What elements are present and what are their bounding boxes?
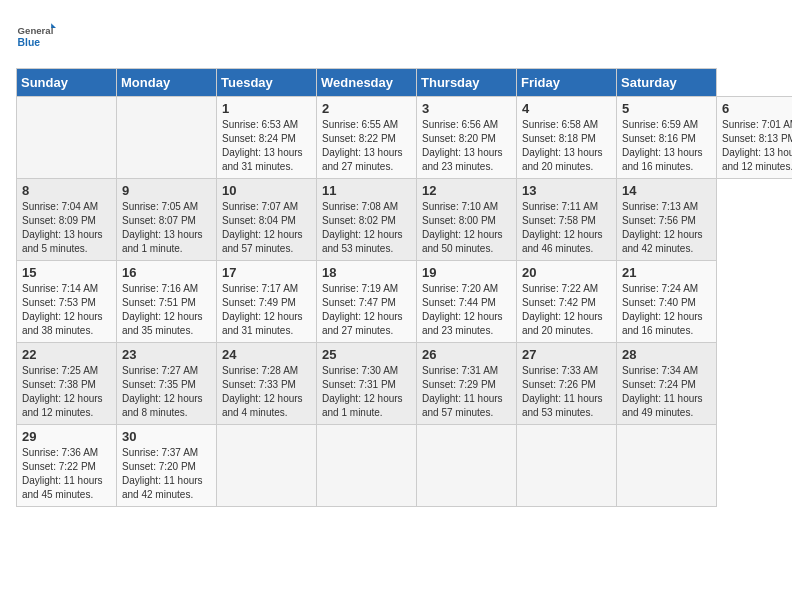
day-detail: Sunrise: 7:22 AM Sunset: 7:42 PM Dayligh… xyxy=(522,282,611,338)
logo: General Blue xyxy=(16,16,56,56)
day-detail: Sunrise: 7:11 AM Sunset: 7:58 PM Dayligh… xyxy=(522,200,611,256)
day-number: 18 xyxy=(322,265,411,280)
day-detail: Sunrise: 7:37 AM Sunset: 7:20 PM Dayligh… xyxy=(122,446,211,502)
day-detail: Sunrise: 7:04 AM Sunset: 8:09 PM Dayligh… xyxy=(22,200,111,256)
day-detail: Sunrise: 6:59 AM Sunset: 8:16 PM Dayligh… xyxy=(622,118,711,174)
day-detail: Sunrise: 7:28 AM Sunset: 7:33 PM Dayligh… xyxy=(222,364,311,420)
day-number: 24 xyxy=(222,347,311,362)
day-number: 6 xyxy=(722,101,792,116)
day-number: 12 xyxy=(422,183,511,198)
day-number: 11 xyxy=(322,183,411,198)
day-number: 13 xyxy=(522,183,611,198)
calendar-cell: 17Sunrise: 7:17 AM Sunset: 7:49 PM Dayli… xyxy=(217,261,317,343)
calendar-cell xyxy=(117,97,217,179)
weekday-header-thursday: Thursday xyxy=(417,69,517,97)
calendar-cell: 18Sunrise: 7:19 AM Sunset: 7:47 PM Dayli… xyxy=(317,261,417,343)
svg-text:General: General xyxy=(18,25,54,36)
calendar-cell xyxy=(17,97,117,179)
calendar-cell: 4Sunrise: 6:58 AM Sunset: 8:18 PM Daylig… xyxy=(517,97,617,179)
day-detail: Sunrise: 7:17 AM Sunset: 7:49 PM Dayligh… xyxy=(222,282,311,338)
calendar-cell: 15Sunrise: 7:14 AM Sunset: 7:53 PM Dayli… xyxy=(17,261,117,343)
day-number: 23 xyxy=(122,347,211,362)
calendar-cell: 27Sunrise: 7:33 AM Sunset: 7:26 PM Dayli… xyxy=(517,343,617,425)
calendar-cell: 1Sunrise: 6:53 AM Sunset: 8:24 PM Daylig… xyxy=(217,97,317,179)
day-number: 1 xyxy=(222,101,311,116)
day-number: 19 xyxy=(422,265,511,280)
day-detail: Sunrise: 7:07 AM Sunset: 8:04 PM Dayligh… xyxy=(222,200,311,256)
svg-text:Blue: Blue xyxy=(18,37,41,48)
day-number: 8 xyxy=(22,183,111,198)
week-row-2: 8Sunrise: 7:04 AM Sunset: 8:09 PM Daylig… xyxy=(17,179,793,261)
calendar-cell: 9Sunrise: 7:05 AM Sunset: 8:07 PM Daylig… xyxy=(117,179,217,261)
calendar-cell: 20Sunrise: 7:22 AM Sunset: 7:42 PM Dayli… xyxy=(517,261,617,343)
day-number: 14 xyxy=(622,183,711,198)
week-row-4: 22Sunrise: 7:25 AM Sunset: 7:38 PM Dayli… xyxy=(17,343,793,425)
day-number: 15 xyxy=(22,265,111,280)
day-detail: Sunrise: 7:13 AM Sunset: 7:56 PM Dayligh… xyxy=(622,200,711,256)
weekday-header-wednesday: Wednesday xyxy=(317,69,417,97)
day-detail: Sunrise: 7:20 AM Sunset: 7:44 PM Dayligh… xyxy=(422,282,511,338)
day-detail: Sunrise: 7:24 AM Sunset: 7:40 PM Dayligh… xyxy=(622,282,711,338)
calendar-cell: 22Sunrise: 7:25 AM Sunset: 7:38 PM Dayli… xyxy=(17,343,117,425)
day-number: 22 xyxy=(22,347,111,362)
day-number: 27 xyxy=(522,347,611,362)
day-number: 28 xyxy=(622,347,711,362)
day-detail: Sunrise: 7:19 AM Sunset: 7:47 PM Dayligh… xyxy=(322,282,411,338)
day-detail: Sunrise: 7:08 AM Sunset: 8:02 PM Dayligh… xyxy=(322,200,411,256)
day-detail: Sunrise: 6:53 AM Sunset: 8:24 PM Dayligh… xyxy=(222,118,311,174)
day-number: 16 xyxy=(122,265,211,280)
calendar-cell: 8Sunrise: 7:04 AM Sunset: 8:09 PM Daylig… xyxy=(17,179,117,261)
calendar-cell: 24Sunrise: 7:28 AM Sunset: 7:33 PM Dayli… xyxy=(217,343,317,425)
day-detail: Sunrise: 7:14 AM Sunset: 7:53 PM Dayligh… xyxy=(22,282,111,338)
week-row-3: 15Sunrise: 7:14 AM Sunset: 7:53 PM Dayli… xyxy=(17,261,793,343)
day-number: 10 xyxy=(222,183,311,198)
week-row-5: 29Sunrise: 7:36 AM Sunset: 7:22 PM Dayli… xyxy=(17,425,793,507)
calendar-cell: 2Sunrise: 6:55 AM Sunset: 8:22 PM Daylig… xyxy=(317,97,417,179)
day-detail: Sunrise: 7:10 AM Sunset: 8:00 PM Dayligh… xyxy=(422,200,511,256)
day-detail: Sunrise: 6:56 AM Sunset: 8:20 PM Dayligh… xyxy=(422,118,511,174)
day-number: 20 xyxy=(522,265,611,280)
calendar-cell: 29Sunrise: 7:36 AM Sunset: 7:22 PM Dayli… xyxy=(17,425,117,507)
day-number: 30 xyxy=(122,429,211,444)
day-detail: Sunrise: 7:30 AM Sunset: 7:31 PM Dayligh… xyxy=(322,364,411,420)
calendar-cell xyxy=(617,425,717,507)
calendar-cell: 26Sunrise: 7:31 AM Sunset: 7:29 PM Dayli… xyxy=(417,343,517,425)
weekday-header-tuesday: Tuesday xyxy=(217,69,317,97)
day-number: 25 xyxy=(322,347,411,362)
day-number: 4 xyxy=(522,101,611,116)
day-detail: Sunrise: 7:33 AM Sunset: 7:26 PM Dayligh… xyxy=(522,364,611,420)
day-detail: Sunrise: 6:58 AM Sunset: 8:18 PM Dayligh… xyxy=(522,118,611,174)
day-number: 5 xyxy=(622,101,711,116)
calendar: SundayMondayTuesdayWednesdayThursdayFrid… xyxy=(16,68,792,507)
calendar-cell: 21Sunrise: 7:24 AM Sunset: 7:40 PM Dayli… xyxy=(617,261,717,343)
calendar-cell: 6Sunrise: 7:01 AM Sunset: 8:13 PM Daylig… xyxy=(717,97,793,179)
calendar-cell: 23Sunrise: 7:27 AM Sunset: 7:35 PM Dayli… xyxy=(117,343,217,425)
day-number: 26 xyxy=(422,347,511,362)
calendar-cell xyxy=(217,425,317,507)
calendar-cell xyxy=(317,425,417,507)
calendar-cell: 16Sunrise: 7:16 AM Sunset: 7:51 PM Dayli… xyxy=(117,261,217,343)
day-number: 17 xyxy=(222,265,311,280)
day-detail: Sunrise: 7:16 AM Sunset: 7:51 PM Dayligh… xyxy=(122,282,211,338)
day-number: 2 xyxy=(322,101,411,116)
calendar-cell: 30Sunrise: 7:37 AM Sunset: 7:20 PM Dayli… xyxy=(117,425,217,507)
calendar-cell: 19Sunrise: 7:20 AM Sunset: 7:44 PM Dayli… xyxy=(417,261,517,343)
week-row-1: 1Sunrise: 6:53 AM Sunset: 8:24 PM Daylig… xyxy=(17,97,793,179)
calendar-cell: 10Sunrise: 7:07 AM Sunset: 8:04 PM Dayli… xyxy=(217,179,317,261)
weekday-header-row: SundayMondayTuesdayWednesdayThursdayFrid… xyxy=(17,69,793,97)
day-detail: Sunrise: 7:27 AM Sunset: 7:35 PM Dayligh… xyxy=(122,364,211,420)
day-detail: Sunrise: 7:36 AM Sunset: 7:22 PM Dayligh… xyxy=(22,446,111,502)
day-number: 21 xyxy=(622,265,711,280)
calendar-cell xyxy=(517,425,617,507)
day-detail: Sunrise: 6:55 AM Sunset: 8:22 PM Dayligh… xyxy=(322,118,411,174)
weekday-header-sunday: Sunday xyxy=(17,69,117,97)
logo-icon: General Blue xyxy=(16,16,56,56)
day-detail: Sunrise: 7:05 AM Sunset: 8:07 PM Dayligh… xyxy=(122,200,211,256)
weekday-header-monday: Monday xyxy=(117,69,217,97)
day-number: 29 xyxy=(22,429,111,444)
calendar-cell: 14Sunrise: 7:13 AM Sunset: 7:56 PM Dayli… xyxy=(617,179,717,261)
calendar-cell: 25Sunrise: 7:30 AM Sunset: 7:31 PM Dayli… xyxy=(317,343,417,425)
calendar-cell: 12Sunrise: 7:10 AM Sunset: 8:00 PM Dayli… xyxy=(417,179,517,261)
calendar-cell: 13Sunrise: 7:11 AM Sunset: 7:58 PM Dayli… xyxy=(517,179,617,261)
calendar-cell: 28Sunrise: 7:34 AM Sunset: 7:24 PM Dayli… xyxy=(617,343,717,425)
